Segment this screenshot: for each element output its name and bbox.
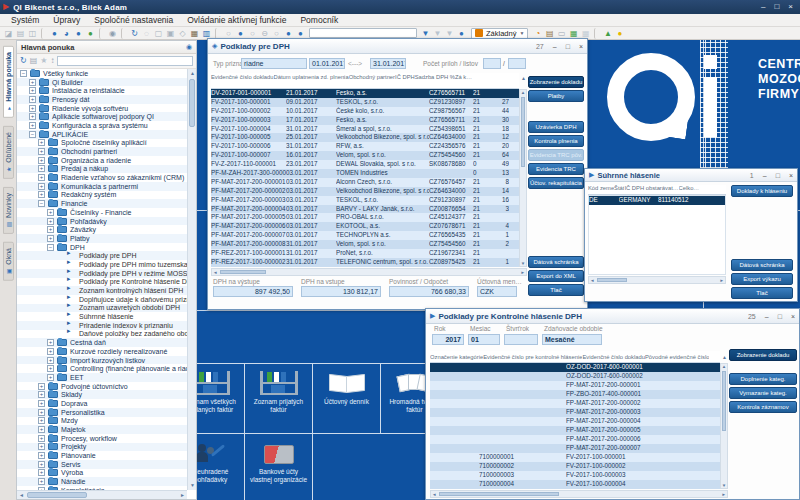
tree-horizontal-scrollbar[interactable]: ◄ ►: [17, 490, 187, 499]
tree-expander-icon[interactable]: +: [38, 443, 45, 450]
menu-item[interactable]: Spoločné nastavenia: [87, 14, 180, 27]
minimize-icon[interactable]: –: [761, 0, 765, 14]
typ-priznania-field[interactable]: riadne: [241, 58, 307, 69]
tree-expander-icon[interactable]: +: [47, 365, 54, 372]
cut-icon[interactable]: ▤: [15, 28, 26, 39]
minimize-icon[interactable]: –: [553, 43, 557, 50]
rok-field[interactable]: 2017: [432, 334, 464, 345]
detail-icon[interactable]: ▣: [165, 28, 176, 39]
tile-zoznam-prijatych-faktur[interactable]: Zoznam prijatých faktúr: [245, 364, 313, 434]
grid-disabled-icon[interactable]: ▦: [580, 28, 591, 39]
dock-tab[interactable]: ▸ Hlavná ponuka: [3, 46, 14, 118]
column-header[interactable]: IČ DPH: [395, 73, 415, 88]
tree-item[interactable]: + Riadenie vývoja softvéru: [17, 104, 187, 113]
window-button[interactable]: Platby: [528, 90, 584, 102]
table-row[interactable]: 7100000002 FV-2017-100-000002: [430, 462, 720, 471]
tree-item[interactable]: + Kurzové rozdiely nerealizované: [17, 347, 187, 356]
tree-item[interactable]: + Sklady: [17, 390, 187, 399]
tree-item[interactable]: Zoznam kontrolných hlásení DPH: [17, 286, 187, 295]
table-row[interactable]: FP-MAT-2017-200-000003: [430, 408, 720, 417]
window-button[interactable]: Evidencia TRC: [528, 163, 584, 175]
tree-expander-icon[interactable]: +: [38, 452, 45, 459]
date-to-field[interactable]: 31.01.2017: [370, 58, 406, 69]
maximize-icon[interactable]: □: [778, 313, 782, 320]
tree-expander-icon[interactable]: +: [29, 87, 36, 94]
tree-expander-icon[interactable]: +: [38, 391, 45, 398]
table-row[interactable]: PF-REZ-2017-100-000002 31.01.2017 TELEFO…: [211, 258, 519, 267]
window-button[interactable]: Doklady k hláseniu: [731, 185, 793, 197]
dock-tab[interactable]: ▣ Okná: [3, 242, 14, 281]
search-icon[interactable]: ◇: [177, 28, 188, 39]
menu-item[interactable]: Ovládanie aktívnej funkcie: [180, 14, 293, 27]
tree-expander-icon[interactable]: −: [20, 70, 27, 77]
tree-item[interactable]: + Konfigurácia a správa systému: [17, 121, 187, 130]
tree-expander-icon[interactable]: +: [38, 478, 45, 485]
monitor-icon[interactable]: ▥: [201, 28, 212, 39]
table-row[interactable]: FP-MAT-2017-200-000002: [430, 399, 720, 408]
table-row[interactable]: FV-2017-100-000004 31.01.2017 Šmeral a s…: [211, 125, 519, 134]
scroll-left-icon[interactable]: ◄: [432, 491, 436, 498]
mesiac-field[interactable]: 01: [468, 334, 500, 345]
scroll-up-icon[interactable]: ▲: [188, 69, 197, 78]
tree-item[interactable]: + Obchodní partneri: [17, 147, 187, 156]
table-row[interactable]: DV-2017-001-000001 21.01.2017 Fesko, a.s…: [211, 89, 519, 98]
table-row[interactable]: PF-MAT-2017-200-000004 03.01.2017 BARVY …: [211, 205, 519, 214]
tree-item[interactable]: + Majetok: [17, 425, 187, 434]
minimize-icon[interactable]: –: [763, 172, 767, 179]
table-row[interactable]: FP-MAT-2017-200-000001: [430, 381, 720, 390]
tile-bankove-ucty[interactable]: Bankové účty vlastnej organizácie: [245, 434, 313, 500]
scroll-right-icon[interactable]: ►: [521, 269, 525, 276]
qi-ball-green-icon[interactable]: ●: [85, 28, 96, 39]
menu-item[interactable]: Úpravy: [46, 14, 87, 27]
obdobie-field[interactable]: Mesačné: [542, 334, 602, 345]
table-horizontal-scrollbar[interactable]: ◄ ►: [588, 276, 726, 284]
close-icon[interactable]: ×: [789, 172, 793, 179]
tree-expander-icon[interactable]: +: [38, 469, 45, 476]
maximize-icon[interactable]: □: [566, 43, 570, 50]
priloh-field[interactable]: [483, 58, 501, 69]
window-button[interactable]: Doplnenie kateg.: [729, 373, 797, 385]
tree-item[interactable]: + Plánovanie: [17, 451, 187, 460]
column-header[interactable]: Celko…: [679, 185, 700, 194]
tree-item[interactable]: + Komunikácia s partnermi: [17, 182, 187, 191]
filter-clear-icon[interactable]: ▼: [444, 28, 455, 39]
tree-item[interactable]: + Controlling (finančné plánovanie a ria…: [17, 364, 187, 373]
books-icon[interactable]: ▤: [544, 28, 555, 39]
sort-icon[interactable]: ▲: [722, 354, 727, 360]
stvrtrok-field[interactable]: [504, 334, 538, 345]
tree-expander-icon[interactable]: +: [29, 79, 36, 86]
close-icon[interactable]: ×: [788, 0, 793, 14]
tree-expander-icon[interactable]: +: [38, 165, 45, 172]
table-row[interactable]: FV-2017-100-000005 25.01.2017 Velkoobcho…: [211, 133, 519, 142]
window-button[interactable]: Zobrazenie dokladu: [729, 349, 797, 361]
tree-expander-icon[interactable]: −: [47, 244, 54, 251]
table-row[interactable]: FV-2017-100-000001 09.01.2017 TESKOL, s.…: [211, 98, 519, 107]
table-row[interactable]: FV-2017-100-000003 17.01.2017 Fesko, a.s…: [211, 116, 519, 125]
column-header[interactable]: Kód zeme: [588, 185, 614, 194]
tile-uctovny-dennik[interactable]: Účtovný denník: [313, 364, 381, 434]
tree-item[interactable]: + Mzdy: [17, 417, 187, 426]
tree-expander-icon[interactable]: +: [38, 461, 45, 468]
scroll-left-icon[interactable]: ◄: [590, 277, 594, 284]
tree-item[interactable]: Daňové položky bez zadaného obdobia: [17, 330, 187, 339]
nav-first-icon[interactable]: ●: [235, 28, 246, 39]
toolbar-search-input[interactable]: [309, 28, 417, 38]
column-header[interactable]: Evidenčné číslo dokladu: [582, 354, 645, 360]
table-row[interactable]: FP-MAT-2017-200-000005: [430, 426, 720, 435]
pin-icon[interactable]: ◉: [186, 43, 192, 51]
tree-item[interactable]: Doplňujúce údaje k daňovému priznaniu: [17, 295, 187, 304]
window-button[interactable]: Evidencia TRC pôv.: [528, 149, 584, 161]
scrollbar-thumb[interactable]: [597, 278, 627, 282]
close-icon[interactable]: ×: [791, 313, 795, 320]
tree-item[interactable]: + Podvojné účtovníctvo: [17, 382, 187, 391]
date-from-field[interactable]: 01.01.2017: [309, 58, 345, 69]
table-row[interactable]: FP-MAT-2017-200-000006: [430, 435, 720, 444]
tree-expander-icon[interactable]: +: [38, 183, 45, 190]
tree-item[interactable]: + Cestná daň: [17, 338, 187, 347]
window-button[interactable]: Účtov. rekapitulácia: [528, 177, 584, 189]
column-header[interactable]: Evidenčné číslo pre kontrolné hlásenie: [483, 354, 582, 360]
tree-item[interactable]: − APLIKÁCIE: [17, 130, 187, 139]
table-row[interactable]: FP-ZBO-2017-400-000001: [430, 390, 720, 399]
tree-expander-icon[interactable]: −: [38, 200, 45, 207]
tree-item[interactable]: + Prenosy dát: [17, 95, 187, 104]
